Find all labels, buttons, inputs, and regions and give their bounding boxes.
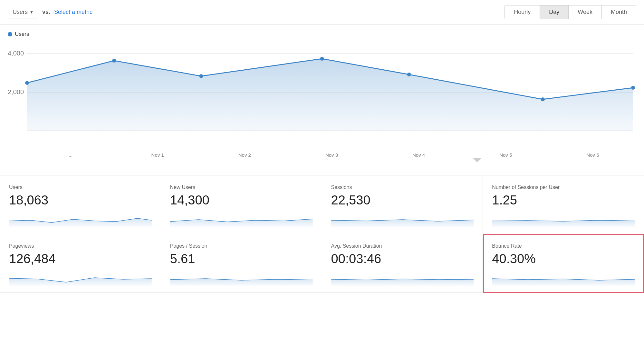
- x-label-nov4: Nov 4: [375, 152, 462, 158]
- mini-chart-pageviews: [9, 270, 152, 286]
- metric-card-avg-session-duration-title: Avg. Session Duration: [331, 243, 474, 249]
- chart-point-nov3[interactable]: [320, 57, 324, 61]
- metric-dropdown[interactable]: Users ▼: [8, 6, 38, 18]
- metric-card-bounce-rate-title: Bounce Rate: [492, 243, 635, 249]
- x-label-nov3: Nov 3: [288, 152, 375, 158]
- metric-card-sessions-per-user: Number of Sessions per User 1.25: [483, 175, 644, 234]
- metric-card-users: Users 18,063: [0, 175, 161, 234]
- metric-card-sessions-per-user-value: 1.25: [492, 193, 635, 207]
- hourly-button[interactable]: Hourly: [505, 5, 540, 19]
- metrics-section: Users 18,063 New Users 14,300: [0, 175, 644, 293]
- metric-card-new-users-title: New Users: [170, 184, 313, 190]
- vs-label: vs.: [42, 9, 50, 15]
- chart-point-nov2[interactable]: [199, 74, 203, 78]
- tooltip-arrow-icon: [473, 158, 481, 162]
- svg-text:4,000: 4,000: [8, 50, 24, 57]
- metric-card-sessions-title: Sessions: [331, 184, 474, 190]
- metric-card-sessions-value: 22,530: [331, 193, 474, 207]
- metric-card-bounce-rate-value: 40.30%: [492, 252, 635, 266]
- mini-chart-sessions: [331, 211, 474, 227]
- chart-point-nov1[interactable]: [112, 59, 116, 63]
- x-label-nov2: Nov 2: [201, 152, 288, 158]
- toolbar-left: Users ▼ vs. Select a metric: [8, 6, 92, 18]
- metric-card-avg-session-duration: Avg. Session Duration 00:03:46: [322, 234, 483, 293]
- metric-dropdown-label: Users: [13, 9, 28, 15]
- x-label-start: ...: [27, 152, 114, 158]
- chart-point-nov6[interactable]: [631, 86, 635, 90]
- chart-fill-area: [27, 59, 633, 131]
- mini-chart-users: [9, 211, 152, 227]
- chart-point-nov5[interactable]: [541, 97, 545, 101]
- chevron-down-icon: ▼: [30, 10, 34, 15]
- metric-card-avg-session-duration-value: 00:03:46: [331, 252, 474, 266]
- x-axis-labels: ... Nov 1 Nov 2 Nov 3 Nov 4 Nov 5 Nov 6: [8, 150, 636, 158]
- metric-card-pageviews: Pageviews 126,484: [0, 234, 161, 293]
- mini-chart-bounce-rate: [492, 270, 635, 286]
- metric-card-bounce-rate: Bounce Rate 40.30%: [483, 234, 644, 293]
- metric-card-pageviews-value: 126,484: [9, 252, 152, 266]
- metric-card-new-users-value: 14,300: [170, 193, 313, 207]
- mini-chart-pages-per-session: [170, 270, 313, 286]
- chart-point-0[interactable]: [25, 81, 29, 85]
- select-metric-link[interactable]: Select a metric: [54, 9, 92, 15]
- svg-text:2,000: 2,000: [8, 88, 24, 95]
- mini-chart-new-users: [170, 211, 313, 227]
- chart-point-nov4[interactable]: [407, 73, 411, 76]
- mini-chart-sessions-per-user: [492, 211, 635, 227]
- svg-marker-13: [331, 279, 474, 286]
- metric-card-pages-per-session-value: 5.61: [170, 252, 313, 266]
- week-button[interactable]: Week: [568, 5, 601, 19]
- main-chart-svg: 4,000 2,000: [8, 41, 636, 150]
- metric-card-pages-per-session: Pages / Session 5.61: [161, 234, 322, 293]
- x-label-nov6: Nov 6: [549, 152, 636, 158]
- time-period-buttons: Hourly Day Week Month: [505, 5, 636, 19]
- x-label-nov5: Nov 5: [462, 152, 549, 158]
- mini-chart-avg-session-duration: [331, 270, 474, 286]
- metric-card-sessions-per-user-title: Number of Sessions per User: [492, 184, 635, 190]
- tooltip-arrow: [318, 158, 637, 162]
- day-button[interactable]: Day: [540, 5, 568, 19]
- metric-card-pageviews-title: Pageviews: [9, 243, 152, 249]
- x-label-nov1: Nov 1: [114, 152, 201, 158]
- chart-legend: Users: [8, 31, 636, 37]
- metric-card-sessions: Sessions 22,530: [322, 175, 483, 234]
- metric-card-users-title: Users: [9, 184, 152, 190]
- legend-dot-users: [8, 32, 12, 36]
- metric-card-pages-per-session-title: Pages / Session: [170, 243, 313, 249]
- chart-area: Users 4,000 2,000: [0, 25, 644, 165]
- metric-card-users-value: 18,063: [9, 193, 152, 207]
- toolbar: Users ▼ vs. Select a metric Hourly Day W…: [0, 0, 644, 25]
- main-chart-wrapper: 4,000 2,000: [8, 41, 636, 150]
- legend-label-users: Users: [15, 31, 29, 37]
- metric-card-new-users: New Users 14,300: [161, 175, 322, 234]
- svg-marker-6: [473, 158, 481, 162]
- month-button[interactable]: Month: [601, 5, 636, 19]
